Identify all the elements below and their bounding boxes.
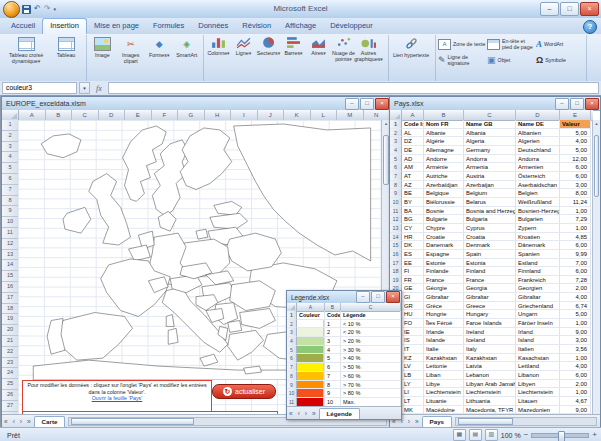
ribbon-tab[interactable]: Données: [191, 18, 235, 34]
row-number[interactable]: 18: [2, 304, 18, 315]
column-header[interactable]: G: [178, 110, 205, 120]
row-number[interactable]: 17: [2, 293, 18, 304]
close-button[interactable]: ×: [375, 98, 389, 110]
cell-name-de[interactable]: Libyen: [516, 380, 560, 389]
cell-name-de[interactable]: Zypern: [516, 224, 560, 233]
cell-name-de[interactable]: Österreich: [516, 172, 560, 181]
ribbon-tab[interactable]: Révision: [235, 18, 278, 34]
column-header[interactable]: B: [325, 303, 341, 311]
table-row[interactable]: 9 BE Belgique Belgium Belgien 8,00: [390, 189, 593, 198]
cell-valeur[interactable]: 3,00: [560, 181, 591, 190]
cell-nom-fr[interactable]: Albanie: [424, 129, 464, 138]
legend-row[interactable]: 10 9 > 80 %: [287, 389, 401, 398]
legend-row[interactable]: 6 5 > 40 %: [287, 354, 401, 363]
legend-color-cell[interactable]: [297, 328, 325, 337]
table-row[interactable]: 23 HU Hongrie Hungary Ungarn 5,00: [390, 310, 593, 319]
table-row[interactable]: 12 BG Bulgarie Bulgaria Bulgarien 7,29: [390, 215, 593, 224]
sheet-tab-carte[interactable]: Carte: [34, 416, 66, 427]
zoom-out-icon[interactable]: −: [524, 430, 529, 440]
cell-code-iso[interactable]: AL: [402, 129, 424, 138]
cell-valeur[interactable]: 4,00: [560, 293, 591, 302]
row-number[interactable]: 13: [2, 250, 18, 261]
legend-row[interactable]: 5 4 > 30 %: [287, 346, 401, 355]
cell-nom-fr[interactable]: Liban: [424, 371, 464, 380]
table-row[interactable]: 27 IT Italie Italy Italien 3,56: [390, 345, 593, 354]
row-number[interactable]: 5: [2, 163, 18, 174]
page-layout-view-icon[interactable]: ▤: [469, 429, 482, 441]
scatter-chart-button[interactable]: Nuage de points: [331, 36, 356, 62]
column-header[interactable]: B: [424, 110, 464, 120]
cell-valeur[interactable]: 6,00: [560, 267, 591, 276]
legend-row[interactable]: 7 6 > 50 %: [287, 363, 401, 372]
prev-sheet-icon[interactable]: ‹: [11, 418, 18, 425]
cell-name-de[interactable]: Andorra: [516, 155, 560, 164]
legend-label-cell[interactable]: > 40 %: [341, 354, 401, 363]
cell-name-de[interactable]: Italien: [516, 345, 560, 354]
cell-name-gb[interactable]: Georgia: [464, 284, 516, 293]
header-footer-button[interactable]: En-tête et pied de page: [487, 36, 535, 52]
cell-name-gb[interactable]: Cyprus: [464, 224, 516, 233]
cell-nom-fr[interactable]: Géorgie: [424, 284, 464, 293]
zoom-slider-thumb[interactable]: [558, 431, 565, 441]
cell-nom-fr[interactable]: Bulgarie: [424, 215, 464, 224]
cell-name-de[interactable]: Kasachstan: [516, 354, 560, 363]
row-number[interactable]: 7: [2, 185, 18, 196]
cell-name-gb[interactable]: Estonia: [464, 259, 516, 268]
column-chart-button[interactable]: Colonne: [206, 36, 231, 56]
restore-button[interactable]: □: [371, 291, 385, 303]
cell-name-de[interactable]: Spanien: [516, 250, 560, 259]
cell-name-gb[interactable]: Spain: [464, 250, 516, 259]
row-number[interactable]: 15: [390, 241, 402, 250]
cell-name-gb[interactable]: Iceland: [464, 336, 516, 345]
cell-code-iso[interactable]: KZ: [402, 354, 424, 363]
table-row[interactable]: 18 FI Finlande Finland Finnland 6,00: [390, 267, 593, 276]
last-sheet-icon[interactable]: »: [413, 418, 422, 425]
cell-code-iso[interactable]: DZ: [402, 137, 424, 146]
wordart-button[interactable]: A WordArt: [536, 36, 580, 52]
column-header[interactable]: N: [364, 110, 391, 120]
legend-color-cell[interactable]: [297, 372, 325, 381]
row-number[interactable]: 5: [390, 155, 402, 164]
cell-valeur[interactable]: 7,29: [560, 215, 591, 224]
cell-name-de[interactable]: Bosnien-Herzegowina: [516, 207, 560, 216]
table-row[interactable]: 4 DE Allemagne Germany Deutschland 5,00: [390, 146, 593, 155]
cell-name-de[interactable]: Griechenland: [516, 302, 560, 311]
table-button[interactable]: Tableau: [48, 36, 84, 58]
cell-code-iso[interactable]: AT: [402, 172, 424, 181]
cell-name-gb[interactable]: Faroe Islands: [464, 319, 516, 328]
row-number[interactable]: 8: [390, 181, 402, 190]
cell-valeur[interactable]: 5,00: [560, 146, 591, 155]
restore-button[interactable]: □: [360, 98, 374, 110]
cell-valeur[interactable]: 2,00: [560, 284, 591, 293]
cell-name-de[interactable]: Albanien: [516, 129, 560, 138]
cell-code-iso[interactable]: IS: [402, 336, 424, 345]
cell-name-gb[interactable]: Andorra: [464, 155, 516, 164]
row-number[interactable]: 6: [287, 354, 297, 363]
cell-nom-fr[interactable]: Grèce: [424, 302, 464, 311]
cell-nom-fr[interactable]: Lituanie: [424, 397, 464, 406]
table-row[interactable]: 22 GR Grèce Greece Griechenland 6,74: [390, 302, 593, 311]
row-number[interactable]: 10: [390, 198, 402, 207]
signature-line-button[interactable]: ✎ Ligne de signature: [438, 52, 486, 68]
table-row[interactable]: 10 BY Biélorussie Belarus Weißrußland 11…: [390, 198, 593, 207]
cell-code-iso[interactable]: BY: [402, 198, 424, 207]
table-row[interactable]: 3 DZ Algérie Algeria Algerien 4,00: [390, 137, 593, 146]
first-sheet-icon[interactable]: «: [2, 418, 11, 425]
row-number[interactable]: 3: [390, 137, 402, 146]
ribbon-tab[interactable]: Mise en page: [87, 18, 146, 34]
row-number[interactable]: 25: [2, 379, 18, 390]
cell-nom-fr[interactable]: Finlande: [424, 267, 464, 276]
cell-valeur[interactable]: 11,24: [560, 198, 591, 207]
cell-name-gb[interactable]: Algeria: [464, 137, 516, 146]
clipart-button[interactable]: ✂ Images clipart: [116, 36, 146, 64]
row-number[interactable]: 2: [287, 320, 297, 329]
row-number[interactable]: 8: [287, 372, 297, 381]
cell-nom-fr[interactable]: Croatie: [424, 233, 464, 242]
cell-nom-fr[interactable]: Belgique: [424, 189, 464, 198]
cell-code-iso[interactable]: HU: [402, 310, 424, 319]
row-number[interactable]: 4: [390, 146, 402, 155]
cell-code-iso[interactable]: MK: [402, 406, 424, 415]
cell-name-gb[interactable]: Belarus: [464, 198, 516, 207]
row-number[interactable]: 15: [2, 271, 18, 282]
cell-code-iso[interactable]: BA: [402, 207, 424, 216]
